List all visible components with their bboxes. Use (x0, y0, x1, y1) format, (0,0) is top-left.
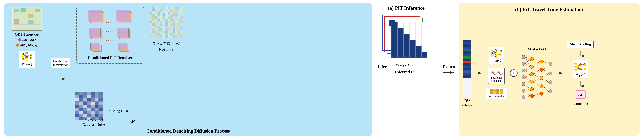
svg-point-324 (496, 56, 497, 58)
svg-rect-58 (173, 9, 175, 11)
svg-rect-247 (95, 108, 98, 111)
svg-rect-189 (175, 33, 178, 35)
svg-rect-150 (175, 26, 178, 28)
param-row-2: lngo, lato, to (16, 43, 38, 48)
svg-rect-120 (165, 21, 168, 23)
svg-rect-64 (155, 11, 157, 14)
svg-rect-346 (496, 90, 499, 91)
inferred-pit-stack (382, 15, 431, 61)
svg-rect-8 (20, 8, 26, 12)
svg-point-21 (30, 57, 32, 59)
svg-line-377 (525, 77, 530, 82)
svg-rect-125 (178, 21, 180, 23)
svg-rect-215 (79, 95, 83, 98)
svg-rect-83 (170, 14, 173, 16)
svg-rect-165 (180, 28, 183, 30)
svg-rect-101 (150, 19, 152, 21)
svg-rect-60 (178, 9, 180, 11)
svg-rect-48 (180, 7, 183, 9)
svg-rect-235 (75, 105, 79, 108)
svg-point-323 (496, 54, 497, 56)
svg-rect-11 (28, 20, 34, 24)
svg-rect-341 (493, 89, 496, 94)
svg-rect-192 (150, 35, 152, 38)
svg-rect-111 (175, 19, 178, 21)
svg-rect-124 (175, 21, 178, 23)
svg-point-15 (22, 58, 24, 60)
denoiser-box: - - → - - → - - → (76, 7, 144, 64)
svg-rect-210 (87, 92, 91, 95)
svg-rect-241 (98, 105, 104, 108)
svg-rect-105 (160, 19, 162, 21)
svg-rect-217 (87, 95, 91, 98)
svg-line-379 (525, 84, 530, 89)
cell-embed-box: Cell Embedding (486, 88, 507, 99)
svg-rect-130 (158, 23, 160, 26)
flat-pit-columns (463, 40, 471, 97)
svg-line-336 (497, 51, 500, 52)
svg-rect-204 (180, 35, 183, 38)
starting-noise-area (75, 92, 104, 120)
svg-rect-190 (178, 33, 180, 35)
svg-rect-179 (150, 33, 152, 35)
starting-noise-label: Starting Noise (109, 109, 129, 113)
svg-rect-300 (404, 52, 410, 58)
svg-line-391 (534, 89, 540, 94)
svg-rect-90 (155, 16, 157, 18)
svg-rect-154 (152, 28, 155, 30)
svg-rect-49 (150, 9, 152, 11)
svg-rect-138 (178, 23, 180, 26)
svg-rect-45 (173, 7, 175, 9)
svg-rect-140 (150, 26, 152, 28)
svg-point-351 (522, 75, 525, 79)
svg-line-397 (543, 78, 549, 82)
svg-line-23 (24, 54, 26, 56)
svg-point-408 (579, 63, 582, 66)
inference-title: (a) PiT Inference (388, 5, 424, 11)
svg-rect-196 (160, 35, 162, 38)
svg-rect-81 (165, 14, 168, 16)
svg-point-321 (496, 49, 497, 51)
svg-rect-233 (95, 102, 98, 105)
svg-rect-145 (162, 26, 165, 28)
svg-rect-92 (160, 16, 162, 18)
svg-rect-176 (175, 31, 178, 33)
svg-rect-133 (165, 23, 168, 26)
svg-line-26 (24, 58, 26, 59)
svg-rect-229 (79, 102, 83, 105)
inferred-pit-label: Inferred PiT (395, 70, 418, 74)
map-thumbnail (12, 7, 42, 31)
odt-input-label: ODT-Input odt (15, 32, 40, 37)
svg-rect-291 (404, 40, 410, 46)
svg-rect-209 (83, 92, 87, 95)
svg-point-366 (549, 62, 552, 66)
svg-line-386 (534, 70, 540, 74)
svg-rect-177 (178, 31, 180, 33)
svg-rect-93 (162, 16, 165, 18)
svg-point-322 (496, 51, 497, 53)
svg-rect-56 (168, 9, 170, 11)
svg-line-376 (525, 74, 530, 77)
svg-rect-185 (165, 33, 168, 35)
svg-rect-10 (14, 19, 19, 24)
svg-rect-67 (162, 11, 165, 14)
svg-rect-73 (178, 11, 180, 14)
svg-rect-50 (152, 9, 155, 11)
param-row-1: lngd, latd (18, 37, 36, 42)
cell-embed-label: Cell Embedding (488, 95, 505, 98)
svg-line-381 (525, 91, 530, 96)
svg-rect-37 (152, 7, 155, 9)
svg-line-372 (525, 59, 530, 64)
svg-rect-89 (152, 16, 155, 18)
svg-point-348 (522, 55, 525, 59)
pos-enc-box: PositionalEncoding (488, 68, 504, 84)
svg-rect-301 (410, 52, 416, 58)
svg-point-357 (530, 72, 534, 76)
svg-rect-236 (79, 105, 83, 108)
svg-rect-103 (155, 19, 157, 21)
svg-rect-119 (162, 21, 165, 23)
svg-rect-47 (178, 7, 180, 9)
svg-rect-106 (162, 19, 165, 21)
svg-rect-94 (165, 16, 168, 18)
svg-rect-222 (79, 99, 83, 102)
